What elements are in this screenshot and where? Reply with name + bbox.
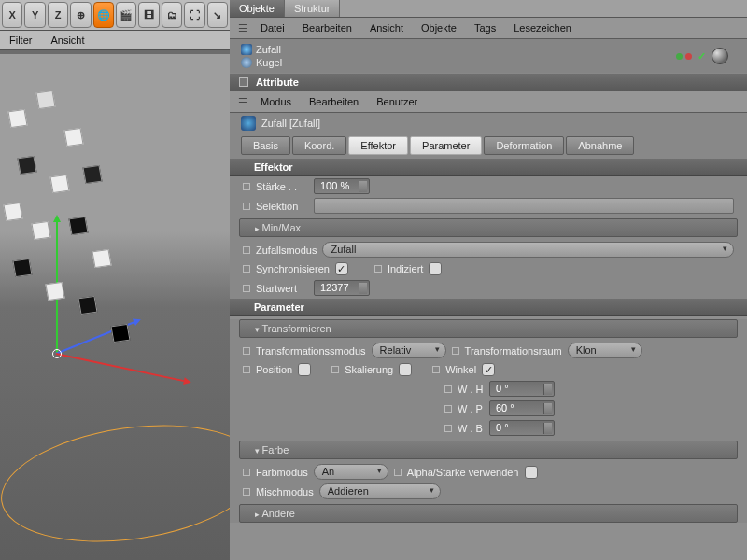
- colormode-label: Farbmodus: [243, 467, 308, 478]
- selection-label: Selektion: [243, 201, 308, 212]
- menu-edit[interactable]: Bearbeiten: [295, 20, 359, 36]
- object-label: Kugel: [256, 57, 282, 68]
- sphere-icon: [241, 57, 252, 68]
- axis-x-button[interactable]: X: [2, 2, 22, 28]
- attribute-title: Attribute: [256, 77, 299, 88]
- randmode-dropdown[interactable]: Zufall: [322, 242, 734, 258]
- tab-objects[interactable]: Objekte: [230, 0, 285, 17]
- visibility-check-icon[interactable]: ✓: [698, 50, 706, 63]
- tab-deformation[interactable]: Deformation: [484, 136, 564, 155]
- objects-menu: ☰ Datei Bearbeiten Ansicht Objekte Tags …: [230, 18, 747, 39]
- view-menu[interactable]: Ansicht: [41, 31, 93, 49]
- object-kugel[interactable]: Kugel: [241, 56, 670, 69]
- object-zufall[interactable]: Zufall: [241, 43, 670, 56]
- axis-center-button[interactable]: ⊕: [70, 2, 91, 28]
- wb-label: W . B: [444, 423, 484, 434]
- tmode-dropdown[interactable]: Relativ: [372, 343, 446, 358]
- filter-menu[interactable]: Filter: [0, 31, 41, 49]
- material-sphere-icon[interactable]: [712, 48, 728, 64]
- attribute-close-icon[interactable]: [239, 77, 248, 87]
- transform-group[interactable]: Transformieren: [239, 319, 738, 338]
- sync-label: Synchronisieren: [243, 263, 330, 274]
- wh-label: W . H: [444, 384, 484, 395]
- axis-x-gizmo: [56, 353, 184, 382]
- object-label: Zufall: [256, 44, 281, 55]
- layout-c-button[interactable]: ↘: [207, 2, 228, 28]
- parameter-header: Parameter: [230, 298, 747, 316]
- axis-y-button[interactable]: Y: [24, 2, 45, 28]
- wp-label: W . P: [444, 403, 484, 414]
- angle-label: Winkel: [432, 364, 476, 375]
- tab-parameter[interactable]: Parameter: [410, 136, 482, 155]
- objects-tabstrip: Objekte Struktur: [230, 0, 747, 18]
- menu-icon[interactable]: ☰: [235, 22, 250, 35]
- effector-icon: [241, 116, 256, 131]
- layout-b-button[interactable]: ⛶: [184, 2, 204, 28]
- wh-input[interactable]: 0 °: [489, 381, 555, 397]
- alpha-checkbox[interactable]: [525, 466, 538, 479]
- tab-effektor[interactable]: Effektor: [348, 136, 408, 155]
- wp-input[interactable]: 60 °: [489, 400, 555, 416]
- tspace-label: Transformationsraum: [452, 345, 562, 357]
- menu-view[interactable]: Ansicht: [362, 20, 411, 36]
- viewport[interactable]: [0, 54, 230, 560]
- menu-icon[interactable]: ☰: [235, 96, 250, 108]
- position-label: Position: [243, 364, 292, 375]
- menu-user[interactable]: Benutzer: [369, 93, 425, 110]
- effektor-header: Effektor: [230, 158, 747, 176]
- alpha-label: Alpha/Stärke verwenden: [394, 467, 519, 478]
- tmode-label: Transformationssmodus: [243, 345, 366, 357]
- position-checkbox[interactable]: [298, 363, 311, 376]
- minmax-group[interactable]: Min/Max: [239, 218, 738, 237]
- colormode-dropdown[interactable]: An: [314, 464, 388, 480]
- origin-icon: [52, 349, 62, 358]
- effector-icon: [241, 44, 252, 55]
- attribute-object-label: Zufall [Zufall]: [261, 118, 320, 129]
- randmode-label: Zufallsmodus: [243, 245, 317, 256]
- orbit-ring-icon: [0, 410, 230, 557]
- attribute-tabs: Basis Koord. Effektor Parameter Deformat…: [230, 133, 747, 158]
- wb-input[interactable]: 0 °: [489, 420, 555, 436]
- timeline-button[interactable]: 🎞: [138, 2, 159, 28]
- tab-koord[interactable]: Koord.: [292, 136, 346, 155]
- tab-abnahme[interactable]: Abnahme: [566, 136, 634, 155]
- main-toolbar: X Y Z ⊕ 🌐 🎬 🎞 🗂 ⛶ ↘: [0, 0, 230, 31]
- blend-label: Mischmodus: [243, 486, 314, 497]
- angle-checkbox[interactable]: [482, 363, 495, 376]
- seed-input[interactable]: 12377: [314, 280, 370, 296]
- menu-edit2[interactable]: Bearbeiten: [302, 93, 366, 110]
- scale-checkbox[interactable]: [399, 363, 412, 376]
- world-button[interactable]: 🌐: [93, 2, 114, 28]
- attribute-menu: ☰ Modus Bearbeiten Benutzer: [230, 91, 747, 113]
- indexed-label: Indiziert: [374, 263, 424, 274]
- color-group[interactable]: Farbe: [239, 441, 738, 459]
- menu-tags[interactable]: Tags: [467, 20, 503, 36]
- selection-field[interactable]: [314, 198, 734, 214]
- seed-label: Startwert: [243, 283, 308, 294]
- menu-file[interactable]: Datei: [253, 20, 292, 36]
- record-button[interactable]: 🎬: [116, 2, 136, 28]
- strength-input[interactable]: 100 %: [314, 178, 370, 194]
- blend-dropdown[interactable]: Addieren: [319, 483, 441, 499]
- axis-z-button[interactable]: Z: [48, 2, 68, 28]
- scale-label: Skalierung: [331, 364, 393, 375]
- other-group[interactable]: Andere: [239, 504, 738, 523]
- layout-a-button[interactable]: 🗂: [162, 2, 182, 28]
- tab-basis[interactable]: Basis: [241, 136, 290, 155]
- indexed-checkbox[interactable]: [429, 262, 442, 275]
- strength-label: Stärke . .: [243, 181, 308, 192]
- menu-mode[interactable]: Modus: [253, 93, 299, 110]
- menu-bookmarks[interactable]: Lesezeichen: [506, 20, 579, 36]
- tab-structure[interactable]: Struktur: [285, 0, 341, 17]
- menu-objects[interactable]: Objekte: [414, 20, 464, 36]
- object-state-icons: ✓: [676, 48, 736, 64]
- tspace-dropdown[interactable]: Klon: [568, 343, 642, 358]
- sync-checkbox[interactable]: [335, 262, 348, 275]
